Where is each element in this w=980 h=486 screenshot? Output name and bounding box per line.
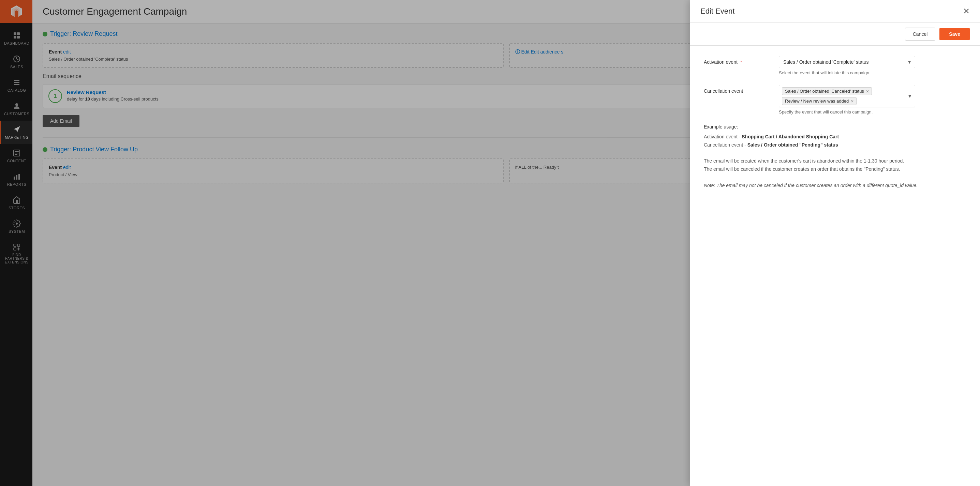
tags-dropdown-arrow-icon[interactable]: ▼ xyxy=(907,94,912,99)
edit-panel-body: Activation event * Sales / Order obtaine… xyxy=(690,46,980,486)
cancellation-tag-1-text: Sales / Order obtained 'Canceled' status xyxy=(785,89,864,94)
activation-event-label: Activation event * xyxy=(704,56,779,65)
cancellation-event-hint: Specify the event that will cancel this … xyxy=(779,110,966,114)
activation-event-select-wrapper: Sales / Order obtained 'Complete' status… xyxy=(779,56,915,68)
cancellation-event-tags-input[interactable]: Sales / Order obtained 'Canceled' status… xyxy=(779,85,915,107)
save-button[interactable]: Save xyxy=(939,28,970,40)
activation-event-row: Activation event * Sales / Order obtaine… xyxy=(704,56,966,75)
example-label: Example usage: xyxy=(704,124,966,130)
example-cancellation-line: Cancellation event - Sales / Order obtai… xyxy=(704,141,966,149)
cancellation-tag-2-text: Review / New review was added xyxy=(785,98,849,103)
cancellation-tag-2-remove[interactable]: × xyxy=(851,99,853,103)
cancellation-tag-2: Review / New review was added × xyxy=(782,97,857,105)
cancellation-tag-1: Sales / Order obtained 'Canceled' status… xyxy=(782,87,872,95)
example-desc2: The email will be canceled if the custom… xyxy=(704,165,966,173)
edit-panel-header: Edit Event ✕ xyxy=(690,0,980,23)
activation-event-hint: Select the event that will initiate this… xyxy=(779,70,966,75)
example-cancellation-bold: Sales / Order obtained "Pending" status xyxy=(748,142,838,148)
edit-panel-toolbar: Cancel Save xyxy=(690,23,980,46)
required-star: * xyxy=(740,59,742,65)
example-activation-bold: Shopping Cart / Abandoned Shopping Cart xyxy=(741,134,839,140)
cancellation-event-row: Cancellation event Sales / Order obtaine… xyxy=(704,85,966,114)
example-activation-line: Activation event - Shopping Cart / Aband… xyxy=(704,133,966,141)
close-button[interactable]: ✕ xyxy=(963,7,970,15)
edit-panel-title: Edit Event xyxy=(700,7,735,16)
activation-event-control: Sales / Order obtained 'Complete' status… xyxy=(779,56,966,75)
example-desc1: The email will be created when the custo… xyxy=(704,157,966,165)
cancel-button[interactable]: Cancel xyxy=(905,28,935,41)
edit-event-panel: Edit Event ✕ Cancel Save Activation even… xyxy=(690,0,980,486)
example-note: Note: The email may not be canceled if t… xyxy=(704,182,966,190)
cancellation-event-control: Sales / Order obtained 'Canceled' status… xyxy=(779,85,966,114)
example-text: Activation event - Shopping Cart / Aband… xyxy=(704,133,966,190)
cancellation-event-label: Cancellation event xyxy=(704,85,779,94)
activation-event-select[interactable]: Sales / Order obtained 'Complete' status xyxy=(779,56,915,68)
cancellation-tag-1-remove[interactable]: × xyxy=(866,89,869,94)
example-section: Example usage: Activation event - Shoppi… xyxy=(704,124,966,190)
